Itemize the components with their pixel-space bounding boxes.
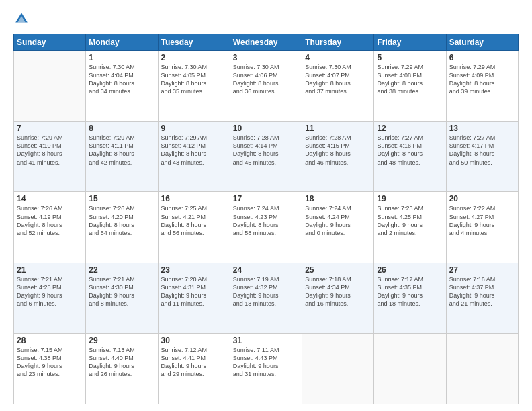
day-info: Sunrise: 7:21 AM Sunset: 4:28 PM Dayligh… bbox=[17, 275, 83, 308]
calendar-day-cell: 22Sunrise: 7:21 AM Sunset: 4:30 PM Dayli… bbox=[86, 263, 158, 333]
day-number: 10 bbox=[233, 124, 299, 133]
header-friday: Friday bbox=[374, 34, 446, 51]
day-number: 4 bbox=[305, 53, 371, 62]
page: Sunday Monday Tuesday Wednesday Thursday… bbox=[0, 0, 532, 411]
calendar-day-cell: 15Sunrise: 7:26 AM Sunset: 4:20 PM Dayli… bbox=[86, 192, 158, 263]
header-monday: Monday bbox=[86, 34, 158, 51]
day-number: 16 bbox=[161, 194, 227, 203]
calendar-day-cell: 13Sunrise: 7:27 AM Sunset: 4:17 PM Dayli… bbox=[446, 122, 518, 192]
day-info: Sunrise: 7:11 AM Sunset: 4:43 PM Dayligh… bbox=[233, 346, 299, 379]
day-info: Sunrise: 7:24 AM Sunset: 4:24 PM Dayligh… bbox=[305, 204, 371, 237]
calendar-day-cell: 20Sunrise: 7:22 AM Sunset: 4:27 PM Dayli… bbox=[446, 192, 518, 263]
day-number: 25 bbox=[305, 265, 371, 275]
day-info: Sunrise: 7:13 AM Sunset: 4:40 PM Dayligh… bbox=[89, 346, 154, 379]
calendar-table: Sunday Monday Tuesday Wednesday Thursday… bbox=[13, 34, 519, 404]
calendar-day-cell: 1Sunrise: 7:30 AM Sunset: 4:04 PM Daylig… bbox=[86, 51, 158, 122]
day-info: Sunrise: 7:30 AM Sunset: 4:07 PM Dayligh… bbox=[305, 63, 371, 96]
calendar-day-cell: 27Sunrise: 7:16 AM Sunset: 4:37 PM Dayli… bbox=[446, 263, 518, 333]
day-info: Sunrise: 7:27 AM Sunset: 4:16 PM Dayligh… bbox=[377, 134, 443, 167]
day-info: Sunrise: 7:29 AM Sunset: 4:12 PM Dayligh… bbox=[161, 134, 227, 167]
header-tuesday: Tuesday bbox=[158, 34, 230, 51]
calendar-day-cell: 26Sunrise: 7:17 AM Sunset: 4:35 PM Dayli… bbox=[374, 263, 446, 333]
header bbox=[13, 11, 519, 27]
day-info: Sunrise: 7:29 AM Sunset: 4:10 PM Dayligh… bbox=[17, 134, 83, 167]
day-number: 22 bbox=[89, 265, 154, 275]
header-thursday: Thursday bbox=[302, 34, 374, 51]
calendar-day-cell: 24Sunrise: 7:19 AM Sunset: 4:32 PM Dayli… bbox=[230, 263, 302, 333]
day-info: Sunrise: 7:30 AM Sunset: 4:04 PM Dayligh… bbox=[89, 63, 154, 96]
calendar-day-cell: 17Sunrise: 7:24 AM Sunset: 4:23 PM Dayli… bbox=[230, 192, 302, 263]
day-number: 30 bbox=[161, 336, 227, 345]
calendar-day-cell: 21Sunrise: 7:21 AM Sunset: 4:28 PM Dayli… bbox=[14, 263, 86, 333]
day-info: Sunrise: 7:23 AM Sunset: 4:25 PM Dayligh… bbox=[377, 204, 443, 237]
calendar-day-cell: 29Sunrise: 7:13 AM Sunset: 4:40 PM Dayli… bbox=[86, 333, 158, 404]
day-info: Sunrise: 7:28 AM Sunset: 4:15 PM Dayligh… bbox=[305, 134, 371, 167]
day-info: Sunrise: 7:15 AM Sunset: 4:38 PM Dayligh… bbox=[17, 346, 83, 379]
day-info: Sunrise: 7:29 AM Sunset: 4:11 PM Dayligh… bbox=[89, 134, 154, 167]
header-saturday: Saturday bbox=[446, 34, 518, 51]
calendar-day-cell: 14Sunrise: 7:26 AM Sunset: 4:19 PM Dayli… bbox=[14, 192, 86, 263]
calendar-day-cell: 5Sunrise: 7:29 AM Sunset: 4:08 PM Daylig… bbox=[374, 51, 446, 122]
day-info: Sunrise: 7:25 AM Sunset: 4:21 PM Dayligh… bbox=[161, 204, 227, 237]
day-info: Sunrise: 7:28 AM Sunset: 4:14 PM Dayligh… bbox=[233, 134, 299, 167]
day-info: Sunrise: 7:29 AM Sunset: 4:09 PM Dayligh… bbox=[449, 63, 515, 96]
day-info: Sunrise: 7:21 AM Sunset: 4:30 PM Dayligh… bbox=[89, 275, 154, 308]
calendar-day-cell: 9Sunrise: 7:29 AM Sunset: 4:12 PM Daylig… bbox=[158, 122, 230, 192]
day-info: Sunrise: 7:16 AM Sunset: 4:37 PM Dayligh… bbox=[449, 275, 515, 308]
logo bbox=[13, 11, 32, 27]
header-sunday: Sunday bbox=[14, 34, 86, 51]
day-number: 1 bbox=[89, 53, 154, 62]
day-info: Sunrise: 7:20 AM Sunset: 4:31 PM Dayligh… bbox=[161, 275, 227, 308]
calendar-day-cell: 12Sunrise: 7:27 AM Sunset: 4:16 PM Dayli… bbox=[374, 122, 446, 192]
day-number: 28 bbox=[17, 336, 83, 345]
calendar-week-row: 1Sunrise: 7:30 AM Sunset: 4:04 PM Daylig… bbox=[14, 51, 519, 122]
day-number: 9 bbox=[161, 124, 227, 133]
header-wednesday: Wednesday bbox=[230, 34, 302, 51]
day-number: 14 bbox=[17, 194, 83, 203]
calendar-day-cell: 31Sunrise: 7:11 AM Sunset: 4:43 PM Dayli… bbox=[230, 333, 302, 404]
day-number: 18 bbox=[305, 194, 371, 203]
calendar-day-cell: 23Sunrise: 7:20 AM Sunset: 4:31 PM Dayli… bbox=[158, 263, 230, 333]
calendar-day-cell: 11Sunrise: 7:28 AM Sunset: 4:15 PM Dayli… bbox=[302, 122, 374, 192]
calendar-day-cell: 28Sunrise: 7:15 AM Sunset: 4:38 PM Dayli… bbox=[14, 333, 86, 404]
day-number: 7 bbox=[17, 124, 83, 133]
day-number: 6 bbox=[449, 53, 515, 62]
day-info: Sunrise: 7:26 AM Sunset: 4:19 PM Dayligh… bbox=[17, 204, 83, 237]
day-number: 5 bbox=[377, 53, 443, 62]
calendar-day-cell: 10Sunrise: 7:28 AM Sunset: 4:14 PM Dayli… bbox=[230, 122, 302, 192]
calendar-day-cell: 30Sunrise: 7:12 AM Sunset: 4:41 PM Dayli… bbox=[158, 333, 230, 404]
calendar-day-cell: 18Sunrise: 7:24 AM Sunset: 4:24 PM Dayli… bbox=[302, 192, 374, 263]
day-info: Sunrise: 7:24 AM Sunset: 4:23 PM Dayligh… bbox=[233, 204, 299, 237]
calendar-day-cell: 6Sunrise: 7:29 AM Sunset: 4:09 PM Daylig… bbox=[446, 51, 518, 122]
calendar-day-cell: 19Sunrise: 7:23 AM Sunset: 4:25 PM Dayli… bbox=[374, 192, 446, 263]
day-info: Sunrise: 7:26 AM Sunset: 4:20 PM Dayligh… bbox=[89, 204, 154, 237]
calendar-day-cell: 8Sunrise: 7:29 AM Sunset: 4:11 PM Daylig… bbox=[86, 122, 158, 192]
calendar-day-cell bbox=[14, 51, 86, 122]
day-info: Sunrise: 7:30 AM Sunset: 4:06 PM Dayligh… bbox=[233, 63, 299, 96]
day-number: 11 bbox=[305, 124, 371, 133]
calendar-week-row: 14Sunrise: 7:26 AM Sunset: 4:19 PM Dayli… bbox=[14, 192, 519, 263]
calendar-week-row: 28Sunrise: 7:15 AM Sunset: 4:38 PM Dayli… bbox=[14, 333, 519, 404]
day-number: 17 bbox=[233, 194, 299, 203]
day-number: 31 bbox=[233, 336, 299, 345]
day-info: Sunrise: 7:18 AM Sunset: 4:34 PM Dayligh… bbox=[305, 275, 371, 308]
day-number: 23 bbox=[161, 265, 227, 275]
day-number: 13 bbox=[449, 124, 515, 133]
logo-icon bbox=[13, 11, 30, 27]
day-number: 8 bbox=[89, 124, 154, 133]
calendar-day-cell: 3Sunrise: 7:30 AM Sunset: 4:06 PM Daylig… bbox=[230, 51, 302, 122]
day-number: 24 bbox=[233, 265, 299, 275]
calendar-day-cell bbox=[302, 333, 374, 404]
day-number: 2 bbox=[161, 53, 227, 62]
calendar-day-cell bbox=[446, 333, 518, 404]
calendar-day-cell: 16Sunrise: 7:25 AM Sunset: 4:21 PM Dayli… bbox=[158, 192, 230, 263]
day-number: 15 bbox=[89, 194, 154, 203]
calendar-day-cell: 2Sunrise: 7:30 AM Sunset: 4:05 PM Daylig… bbox=[158, 51, 230, 122]
calendar-day-cell: 7Sunrise: 7:29 AM Sunset: 4:10 PM Daylig… bbox=[14, 122, 86, 192]
day-number: 27 bbox=[449, 265, 515, 275]
calendar-day-cell: 4Sunrise: 7:30 AM Sunset: 4:07 PM Daylig… bbox=[302, 51, 374, 122]
day-number: 26 bbox=[377, 265, 443, 275]
day-info: Sunrise: 7:22 AM Sunset: 4:27 PM Dayligh… bbox=[449, 204, 515, 237]
day-number: 21 bbox=[17, 265, 83, 275]
day-number: 20 bbox=[449, 194, 515, 203]
